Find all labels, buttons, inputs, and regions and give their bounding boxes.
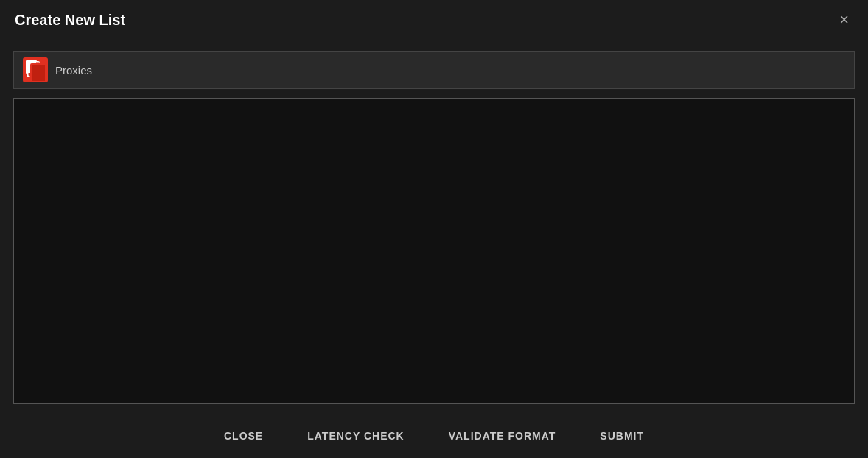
list-type-label: Proxies — [55, 64, 92, 77]
modal-footer: CLOSE LATENCY CHECK VALIDATE FORMAT SUBM… — [0, 414, 868, 458]
submit-button[interactable]: SUBMIT — [592, 426, 651, 446]
create-new-list-modal: Create New List × Proxies us.smartproxy.… — [0, 0, 868, 458]
svg-rect-1 — [29, 63, 40, 76]
proxy-input[interactable] — [14, 99, 854, 403]
modal-body: Proxies us.smartproxy.com:10001:username… — [0, 40, 868, 414]
modal-title: Create New List — [15, 12, 125, 29]
list-type-icon — [23, 57, 48, 82]
modal-header: Create New List × — [0, 0, 868, 40]
svg-rect-2 — [27, 61, 36, 73]
list-type-selector[interactable]: Proxies — [13, 51, 855, 89]
validate-format-button[interactable]: VALIDATE FORMAT — [441, 426, 564, 446]
modal-close-button[interactable]: × — [835, 10, 853, 29]
proxy-textarea-container: us.smartproxy.com:10001:username:passwor… — [13, 98, 855, 404]
latency-check-button[interactable]: LATENCY CHECK — [300, 426, 412, 446]
close-button[interactable]: CLOSE — [217, 426, 270, 446]
